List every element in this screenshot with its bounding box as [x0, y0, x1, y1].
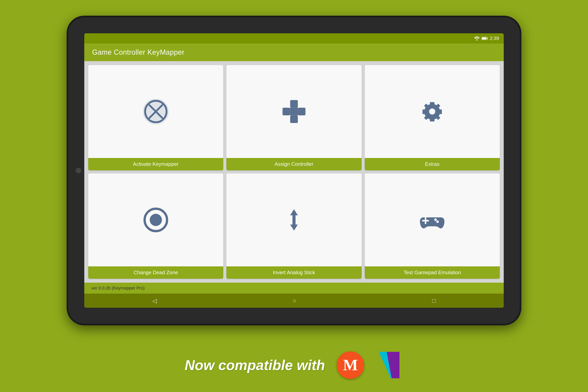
- tablet-screen: 2:39 Game Controller KeyMapper: [84, 33, 504, 308]
- android-m-label: M: [343, 356, 358, 374]
- extras-card[interactable]: Extras: [365, 65, 500, 170]
- android-m-badge: M: [337, 352, 364, 379]
- test-gamepad-emulation-card[interactable]: Test Gamepad Emulation: [365, 174, 500, 279]
- svg-rect-9: [298, 108, 305, 116]
- test-gamepad-emulation-label: Test Gamepad Emulation: [365, 266, 500, 279]
- invert-analog-stick-card[interactable]: Invert Analog Stick: [226, 174, 362, 279]
- svg-rect-10: [290, 100, 298, 108]
- svg-marker-17: [290, 224, 298, 230]
- activate-keymapper-icon-area: [88, 65, 223, 158]
- battery-icon: [482, 37, 488, 40]
- status-bar-icons: 2:39: [474, 36, 499, 41]
- circle-target-icon: [143, 207, 168, 233]
- change-dead-zone-icon-area: [88, 174, 223, 266]
- svg-rect-2: [482, 38, 486, 40]
- extras-icon-area: [365, 65, 500, 158]
- svg-rect-8: [282, 108, 290, 116]
- arrows-vertical-icon: [281, 207, 307, 233]
- recents-nav-icon[interactable]: □: [432, 297, 436, 304]
- page-wrapper: 2:39 Game Controller KeyMapper: [0, 0, 588, 392]
- grid-row-1: Activate Keymapper: [88, 65, 500, 170]
- change-dead-zone-label: Change Dead Zone: [88, 266, 223, 279]
- assign-controller-card[interactable]: Assign Controller: [226, 65, 362, 170]
- extras-label: Extras: [365, 158, 500, 170]
- activate-keymapper-card[interactable]: Activate Keymapper: [88, 65, 223, 170]
- status-bar: 2:39: [84, 33, 504, 44]
- tablet-shell: 2:39 Game Controller KeyMapper: [67, 16, 521, 325]
- compat-text: Now compatible with: [185, 357, 325, 373]
- home-nav-icon[interactable]: ○: [293, 297, 296, 304]
- back-nav-icon[interactable]: ◁: [152, 297, 157, 304]
- svg-rect-12: [290, 108, 298, 116]
- main-content: Activate Keymapper: [84, 61, 504, 283]
- assign-controller-label: Assign Controller: [226, 158, 362, 170]
- app-bar: Game Controller KeyMapper: [84, 44, 504, 61]
- grid-row-2: Change Dead Zone: [88, 174, 500, 279]
- nav-bar: ◁ ○ □: [84, 294, 504, 308]
- svg-point-14: [150, 214, 162, 226]
- assign-controller-icon-area: [226, 65, 362, 158]
- change-dead-zone-card[interactable]: Change Dead Zone: [88, 174, 223, 279]
- dpad-icon: [281, 99, 307, 124]
- svg-marker-23: [379, 352, 387, 366]
- wifi-icon: [474, 36, 480, 40]
- svg-rect-18: [292, 219, 296, 225]
- test-gamepad-emulation-icon-area: [365, 174, 500, 266]
- gamepad-icon: [420, 207, 445, 233]
- invert-analog-stick-label: Invert Analog Stick: [226, 266, 362, 279]
- svg-rect-1: [487, 38, 488, 39]
- invert-analog-stick-icon-area: [226, 174, 362, 266]
- android-n-badge: [376, 350, 403, 380]
- svg-marker-15: [290, 209, 298, 215]
- bottom-section: Now compatible with M: [0, 350, 588, 380]
- svg-rect-11: [290, 116, 298, 123]
- android-n-svg: [377, 350, 402, 380]
- tablet-camera: [76, 168, 81, 173]
- gear-icon: [420, 99, 445, 124]
- xbox-icon: [143, 99, 168, 124]
- activate-keymapper-label: Activate Keymapper: [88, 158, 223, 170]
- version-text: ver 0.0.2b (Keymapper Pro): [91, 286, 144, 291]
- status-time: 2:39: [490, 36, 499, 41]
- footer-bar: ver 0.0.2b (Keymapper Pro): [84, 283, 504, 294]
- app-title: Game Controller KeyMapper: [92, 48, 184, 56]
